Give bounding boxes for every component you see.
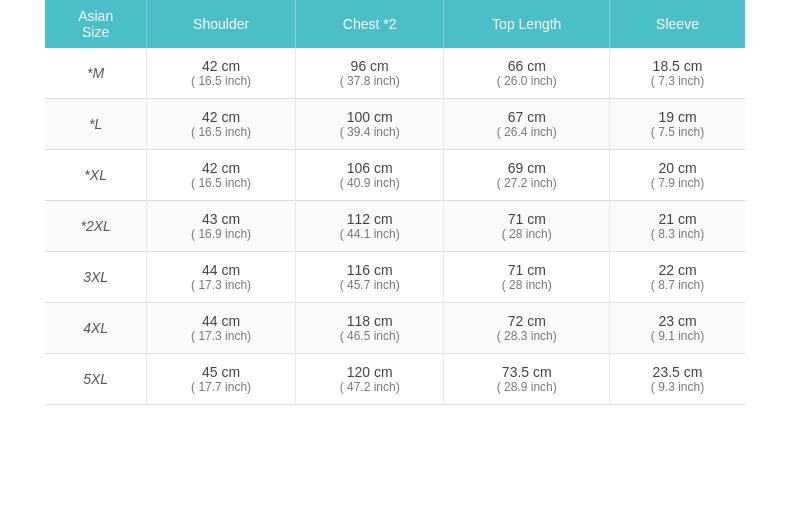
table-row: *XL 42 cm ( 16.5 inch) 106 cm ( 40.9 inc… [45, 150, 745, 201]
cell-size: *2XL [45, 201, 147, 252]
cell-sleeve: 19 cm ( 7.5 inch) [610, 99, 745, 150]
table-row: *L 42 cm ( 16.5 inch) 100 cm ( 39.4 inch… [45, 99, 745, 150]
cell-top-length: 66 cm ( 26.0 inch) [444, 48, 610, 99]
cell-chest: 120 cm ( 47.2 inch) [295, 354, 444, 405]
cell-top-length: 71 cm ( 28 inch) [444, 201, 610, 252]
cell-chest: 106 cm ( 40.9 inch) [295, 150, 444, 201]
cell-sleeve: 21 cm ( 8.3 inch) [610, 201, 745, 252]
cell-chest: 96 cm ( 37.8 inch) [295, 48, 444, 99]
cell-top-length: 69 cm ( 27.2 inch) [444, 150, 610, 201]
size-chart-table: AsianSize Shoulder Chest *2 Top Length S… [45, 0, 745, 405]
cell-chest: 116 cm ( 45.7 inch) [295, 252, 444, 303]
cell-shoulder: 45 cm ( 17.7 inch) [147, 354, 296, 405]
cell-shoulder: 42 cm ( 16.5 inch) [147, 99, 296, 150]
cell-sleeve: 20 cm ( 7.9 inch) [610, 150, 745, 201]
cell-size: 5XL [45, 354, 147, 405]
cell-chest: 100 cm ( 39.4 inch) [295, 99, 444, 150]
table-row: 5XL 45 cm ( 17.7 inch) 120 cm ( 47.2 inc… [45, 354, 745, 405]
table-row: 3XL 44 cm ( 17.3 inch) 116 cm ( 45.7 inc… [45, 252, 745, 303]
cell-top-length: 73.5 cm ( 28.9 inch) [444, 354, 610, 405]
cell-top-length: 67 cm ( 26.4 inch) [444, 99, 610, 150]
table-header-row: AsianSize Shoulder Chest *2 Top Length S… [45, 0, 745, 48]
cell-shoulder: 44 cm ( 17.3 inch) [147, 303, 296, 354]
table-row: *2XL 43 cm ( 16.9 inch) 112 cm ( 44.1 in… [45, 201, 745, 252]
cell-chest: 112 cm ( 44.1 inch) [295, 201, 444, 252]
size-chart-wrapper: AsianSize Shoulder Chest *2 Top Length S… [45, 0, 745, 405]
cell-size: *L [45, 99, 147, 150]
header-shoulder: Shoulder [147, 0, 296, 48]
cell-chest: 118 cm ( 46.5 inch) [295, 303, 444, 354]
cell-sleeve: 23 cm ( 9.1 inch) [610, 303, 745, 354]
header-chest: Chest *2 [295, 0, 444, 48]
header-top-length: Top Length [444, 0, 610, 48]
cell-top-length: 72 cm ( 28.3 inch) [444, 303, 610, 354]
table-row: *M 42 cm ( 16.5 inch) 96 cm ( 37.8 inch)… [45, 48, 745, 99]
cell-size: *M [45, 48, 147, 99]
cell-shoulder: 43 cm ( 16.9 inch) [147, 201, 296, 252]
cell-size: *XL [45, 150, 147, 201]
cell-size: 4XL [45, 303, 147, 354]
cell-top-length: 71 cm ( 28 inch) [444, 252, 610, 303]
table-row: 4XL 44 cm ( 17.3 inch) 118 cm ( 46.5 inc… [45, 303, 745, 354]
cell-sleeve: 22 cm ( 8.7 inch) [610, 252, 745, 303]
cell-shoulder: 42 cm ( 16.5 inch) [147, 150, 296, 201]
cell-sleeve: 23.5 cm ( 9.3 inch) [610, 354, 745, 405]
cell-shoulder: 42 cm ( 16.5 inch) [147, 48, 296, 99]
cell-shoulder: 44 cm ( 17.3 inch) [147, 252, 296, 303]
header-sleeve: Sleeve [610, 0, 745, 48]
cell-size: 3XL [45, 252, 147, 303]
cell-sleeve: 18.5 cm ( 7.3 inch) [610, 48, 745, 99]
header-asian-size: AsianSize [45, 0, 147, 48]
